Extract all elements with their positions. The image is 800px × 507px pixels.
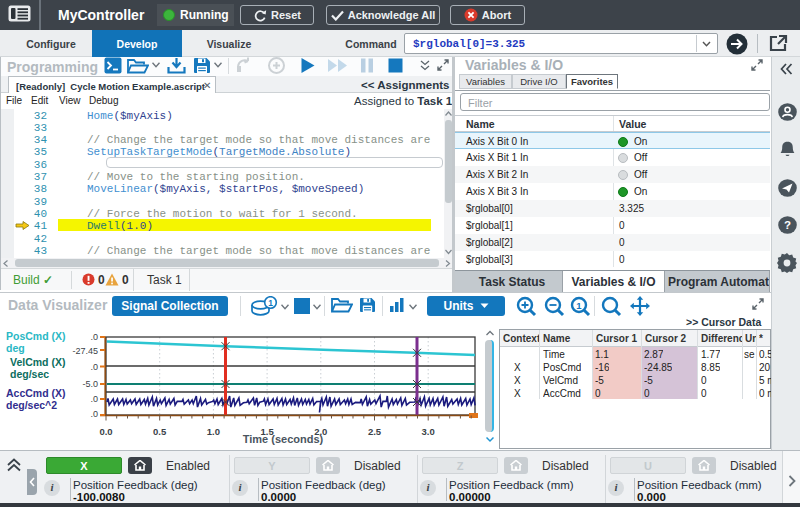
svg-text:1: 1	[576, 300, 582, 311]
svg-text:0.0: 0.0	[99, 426, 112, 437]
svg-text:2.5: 2.5	[368, 426, 382, 437]
svg-text:Time (seconds): Time (seconds)	[243, 433, 324, 445]
svg-text:0.5: 0.5	[153, 426, 167, 437]
svg-text:1.0: 1.0	[207, 426, 220, 437]
svg-text:3.0: 3.0	[422, 426, 435, 437]
svg-text:?: ?	[784, 219, 791, 231]
svg-text:1: 1	[268, 298, 273, 308]
